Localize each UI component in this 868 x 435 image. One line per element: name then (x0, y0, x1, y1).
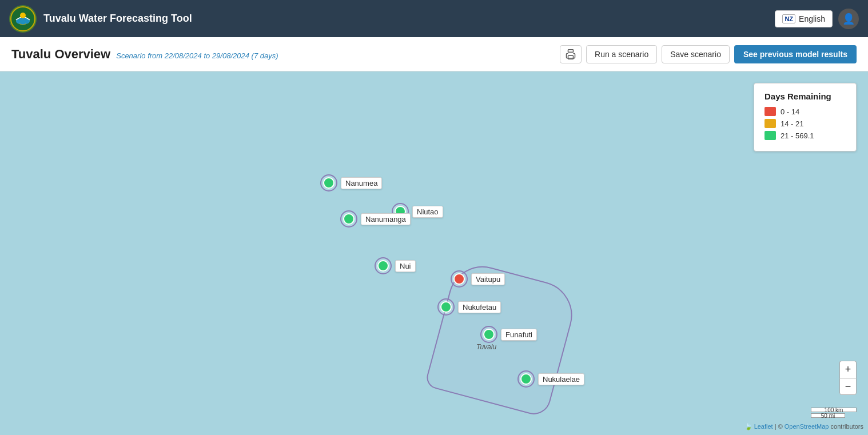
marker-inner-nukufetau (440, 301, 452, 313)
attribution: 🍃 Leaflet | © OpenStreetMap contributors (744, 423, 863, 430)
island-tuvalu-label: Tuvalu (476, 343, 496, 351)
marker-outer-nanumea (320, 174, 337, 191)
subheader-right: Run a scenario Save scenario See previou… (560, 45, 857, 63)
user-icon-button[interactable]: 👤 (838, 9, 859, 29)
map-controls: + − (839, 361, 857, 395)
header-right: NZ English 👤 (775, 9, 859, 29)
scale-bar: 100 km 50 mi (811, 408, 857, 418)
scenario-info: Scenario from 22/08/2024 to 29/08/2024 (… (116, 51, 278, 60)
marker-inner-nanumanga (343, 213, 355, 225)
marker-outer-funafuti (480, 326, 497, 343)
island-marker-nanumea[interactable]: Nanumea (320, 174, 382, 191)
language-button[interactable]: NZ English (775, 10, 833, 27)
marker-inner-vaitupu (453, 273, 465, 285)
svg-point-2 (20, 13, 26, 18)
legend-items: 0 - 14 14 - 21 21 - 569.1 (765, 107, 846, 140)
legend-label: 14 - 21 (781, 119, 803, 128)
island-label-niutao: Niutao (412, 206, 443, 218)
zoom-out-button[interactable]: − (839, 378, 857, 395)
language-label: English (799, 14, 825, 23)
attribution-contributors: contributors (831, 423, 863, 430)
island-label-nukulaelae: Nukulaelae (538, 373, 584, 385)
page-title: Tuvalu Overview (11, 47, 110, 62)
island-label-nukufetau: Nukufetau (458, 301, 501, 313)
island-label-funafuti: Funafuti (501, 329, 537, 341)
map-container[interactable]: NanumeaNiutaoNanumangaNuiVaitupuNukufeta… (0, 71, 868, 435)
scale-mi: 50 mi (811, 413, 845, 418)
legend-color (765, 119, 776, 128)
island-marker-nanumanga[interactable]: Nanumanga (340, 210, 411, 228)
nz-flag: NZ (782, 14, 795, 23)
island-label-nui: Nui (395, 260, 416, 272)
island-marker-nukufetau[interactable]: Nukufetau (437, 298, 501, 316)
subheader-left: Tuvalu Overview Scenario from 22/08/2024… (11, 47, 278, 62)
marker-outer-nukulaelae (517, 370, 535, 388)
island-label-vaitupu: Vaitupu (471, 273, 505, 285)
legend-item: 0 - 14 (765, 107, 846, 116)
island-marker-nui[interactable]: Nui (375, 257, 416, 274)
app-title: Tuvalu Water Forecasting Tool (43, 13, 192, 25)
legend-item: 21 - 569.1 (765, 131, 846, 140)
marker-inner-nukulaelae (520, 373, 532, 385)
marker-outer-vaitupu (451, 270, 468, 288)
marker-inner-nanumea (323, 177, 335, 189)
save-scenario-button[interactable]: Save scenario (662, 45, 730, 63)
island-label-nanumanga: Nanumanga (361, 213, 411, 225)
marker-inner-funafuti (483, 329, 495, 340)
leaflet-icon: 🍃 (744, 423, 752, 430)
marker-outer-nukufetau (437, 298, 455, 316)
run-scenario-button[interactable]: Run a scenario (586, 45, 657, 63)
svg-rect-3 (568, 49, 574, 52)
header-left: Tuvalu Water Forecasting Tool (9, 5, 192, 33)
marker-inner-nui (377, 260, 389, 272)
legend-color (765, 131, 776, 140)
marker-outer-nui (375, 257, 392, 274)
legend-label: 21 - 569.1 (781, 131, 814, 140)
logo (9, 5, 37, 33)
legend-item: 14 - 21 (765, 119, 846, 128)
zoom-in-button[interactable]: + (839, 361, 857, 378)
header: Tuvalu Water Forecasting Tool NZ English… (0, 0, 868, 37)
island-marker-vaitupu[interactable]: Vaitupu (451, 270, 505, 288)
legend-color (765, 107, 776, 116)
subheader: Tuvalu Overview Scenario from 22/08/2024… (0, 37, 868, 71)
legend-title: Days Remaining (765, 91, 846, 101)
print-button[interactable] (560, 45, 582, 63)
scale-km: 100 km (811, 408, 857, 412)
marker-outer-nanumanga (340, 210, 357, 228)
legend: Days Remaining 0 - 14 14 - 21 21 - 569.1 (754, 83, 857, 151)
see-previous-button[interactable]: See previous model results (734, 45, 857, 63)
island-label-nanumea: Nanumea (341, 177, 382, 189)
island-marker-funafuti[interactable]: Funafuti (480, 326, 537, 343)
leaflet-link[interactable]: Leaflet (754, 423, 773, 430)
osm-link[interactable]: OpenStreetMap (785, 423, 829, 430)
legend-label: 0 - 14 (781, 107, 799, 116)
island-marker-nukulaelae[interactable]: Nukulaelae (517, 370, 584, 388)
